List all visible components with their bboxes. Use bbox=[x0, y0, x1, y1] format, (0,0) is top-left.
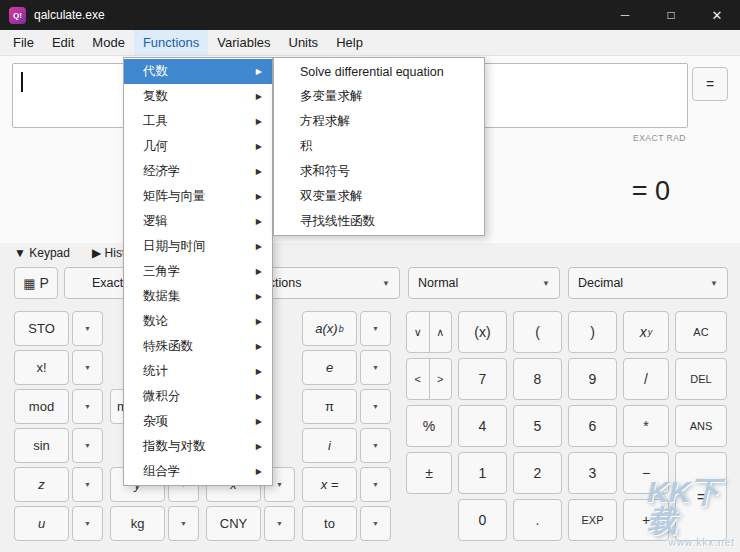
multiply-button[interactable]: * bbox=[623, 405, 669, 447]
menu-item-matrices-vectors[interactable]: 矩阵与向量▶ bbox=[124, 184, 272, 209]
cny-button[interactable]: CNY bbox=[206, 506, 261, 541]
digit-9-button[interactable]: 9 bbox=[568, 358, 617, 400]
kg-dropdown-button[interactable]: ▼ bbox=[168, 506, 199, 541]
menu-item-special-functions[interactable]: 特殊函数▶ bbox=[124, 334, 272, 359]
submenu-item-solve-differential-equation[interactable]: Solve differential equation bbox=[274, 59, 484, 84]
menu-units[interactable]: Units bbox=[280, 30, 328, 55]
titlebar: Q! qalculate.exe ─ □ ✕ bbox=[0, 0, 740, 30]
keypad-type-button[interactable]: ▦ P bbox=[14, 267, 58, 299]
nav-left-button[interactable]: < bbox=[407, 359, 429, 399]
menu-item-miscellaneous[interactable]: 杂项▶ bbox=[124, 409, 272, 434]
menu-edit[interactable]: Edit bbox=[43, 30, 83, 55]
digit-0-button[interactable]: 0 bbox=[458, 499, 507, 541]
pi-dropdown-button[interactable]: ▼ bbox=[360, 389, 391, 424]
sin-button[interactable]: sin bbox=[14, 428, 69, 463]
menu-item-algebra[interactable]: 代数▶ bbox=[124, 59, 272, 84]
menu-item-logic[interactable]: 逻辑▶ bbox=[124, 209, 272, 234]
menu-item-exponents-logarithms[interactable]: 指数与对数▶ bbox=[124, 434, 272, 459]
e-dropdown-button[interactable]: ▼ bbox=[360, 350, 391, 385]
minimize-button[interactable]: ─ bbox=[602, 0, 648, 30]
to-dropdown-button[interactable]: ▼ bbox=[360, 506, 391, 541]
menu-item-trigonometry[interactable]: 三角学▶ bbox=[124, 259, 272, 284]
i-button[interactable]: i bbox=[302, 428, 357, 463]
decimal-point-button[interactable]: . bbox=[513, 499, 562, 541]
nav-up-button[interactable]: ∧ bbox=[430, 312, 452, 352]
close-button[interactable]: ✕ bbox=[694, 0, 740, 30]
submenu-item-two-variable-solve[interactable]: 双变量求解 bbox=[274, 184, 484, 209]
i-dropdown-button[interactable]: ▼ bbox=[360, 428, 391, 463]
menu-item-calculus[interactable]: 微积分▶ bbox=[124, 384, 272, 409]
menu-item-number-theory[interactable]: 数论▶ bbox=[124, 309, 272, 334]
exp-button[interactable]: EXP bbox=[568, 499, 617, 541]
digit-4-button[interactable]: 4 bbox=[458, 405, 507, 447]
ans-button[interactable]: ANS bbox=[675, 405, 727, 447]
close-paren-button[interactable]: ) bbox=[568, 311, 617, 353]
z-button[interactable]: z bbox=[14, 467, 69, 502]
axb-dropdown-button[interactable]: ▼ bbox=[360, 311, 391, 346]
digit-6-button[interactable]: 6 bbox=[568, 405, 617, 447]
menu-item-complex[interactable]: 复数▶ bbox=[124, 84, 272, 109]
tab-keypad[interactable]: ▼ Keypad bbox=[14, 246, 70, 260]
menu-item-geometry[interactable]: 几何▶ bbox=[124, 134, 272, 159]
x-equals-button[interactable]: x = bbox=[302, 467, 357, 502]
number-base-select[interactable]: Decimal ▼ bbox=[568, 267, 728, 299]
axb-button[interactable]: a(x)b bbox=[302, 311, 357, 346]
e-button[interactable]: e bbox=[302, 350, 357, 385]
number-base-value: Decimal bbox=[578, 276, 623, 290]
sto-dropdown-button[interactable]: ▼ bbox=[72, 311, 103, 346]
algebra-submenu-popup: Solve differential equation 多变量求解 方程求解 积… bbox=[273, 57, 485, 236]
sin-dropdown-button[interactable]: ▼ bbox=[72, 428, 103, 463]
pi-button[interactable]: π bbox=[302, 389, 357, 424]
mod-dropdown-button[interactable]: ▼ bbox=[72, 389, 103, 424]
submenu-item-summation[interactable]: 求和符号 bbox=[274, 159, 484, 184]
submenu-item-equation-solve[interactable]: 方程求解 bbox=[274, 109, 484, 134]
factorial-dropdown-button[interactable]: ▼ bbox=[72, 350, 103, 385]
percent-button[interactable]: % bbox=[406, 405, 452, 447]
display-mode-select[interactable]: Normal ▼ bbox=[408, 267, 560, 299]
digit-8-button[interactable]: 8 bbox=[513, 358, 562, 400]
i-split-button: i ▼ bbox=[302, 428, 391, 463]
digit-5-button[interactable]: 5 bbox=[513, 405, 562, 447]
open-paren-button[interactable]: ( bbox=[513, 311, 562, 353]
digit-7-button[interactable]: 7 bbox=[458, 358, 507, 400]
x-equals-dropdown-button[interactable]: ▼ bbox=[360, 467, 391, 502]
nav-right-button[interactable]: > bbox=[430, 359, 452, 399]
menu-item-combinatorics[interactable]: 组合学▶ bbox=[124, 459, 272, 484]
power-button[interactable]: xy bbox=[623, 311, 669, 353]
factorial-button[interactable]: x! bbox=[14, 350, 69, 385]
plus-minus-button[interactable]: ± bbox=[406, 452, 452, 494]
submenu-item-find-linear-function[interactable]: 寻找线性函数 bbox=[274, 209, 484, 234]
digit-1-button[interactable]: 1 bbox=[458, 452, 507, 494]
z-dropdown-button[interactable]: ▼ bbox=[72, 467, 103, 502]
u-dropdown-button[interactable]: ▼ bbox=[72, 506, 103, 541]
calculate-equals-button[interactable]: = bbox=[692, 67, 728, 101]
mod-button[interactable]: mod bbox=[14, 389, 69, 424]
menu-help[interactable]: Help bbox=[327, 30, 372, 55]
fx-button[interactable]: (x) bbox=[458, 311, 507, 353]
cny-dropdown-button[interactable]: ▼ bbox=[264, 506, 295, 541]
menu-item-statistics[interactable]: 统计▶ bbox=[124, 359, 272, 384]
sto-button[interactable]: STO bbox=[14, 311, 69, 346]
submenu-arrow-icon: ▶ bbox=[256, 417, 262, 426]
submenu-item-multi-variable-solve[interactable]: 多变量求解 bbox=[274, 84, 484, 109]
to-button[interactable]: to bbox=[302, 506, 357, 541]
nav-down-button[interactable]: ∨ bbox=[407, 312, 429, 352]
u-button[interactable]: u bbox=[14, 506, 69, 541]
maximize-button[interactable]: □ bbox=[648, 0, 694, 30]
ac-button[interactable]: AC bbox=[675, 311, 727, 353]
menu-item-economics[interactable]: 经济学▶ bbox=[124, 159, 272, 184]
menu-functions[interactable]: Functions bbox=[134, 30, 208, 55]
del-button[interactable]: DEL bbox=[675, 358, 727, 400]
kg-button[interactable]: kg bbox=[110, 506, 165, 541]
menu-item-data-sets[interactable]: 数据集▶ bbox=[124, 284, 272, 309]
menu-item-tools[interactable]: 工具▶ bbox=[124, 109, 272, 134]
digit-3-button[interactable]: 3 bbox=[568, 452, 617, 494]
menu-file[interactable]: File bbox=[4, 30, 43, 55]
menu-variables[interactable]: Variables bbox=[208, 30, 279, 55]
divide-button[interactable]: / bbox=[623, 358, 669, 400]
submenu-arrow-icon: ▶ bbox=[256, 67, 262, 76]
digit-2-button[interactable]: 2 bbox=[513, 452, 562, 494]
menu-item-date-time[interactable]: 日期与时间▶ bbox=[124, 234, 272, 259]
submenu-item-product[interactable]: 积 bbox=[274, 134, 484, 159]
menu-mode[interactable]: Mode bbox=[83, 30, 134, 55]
